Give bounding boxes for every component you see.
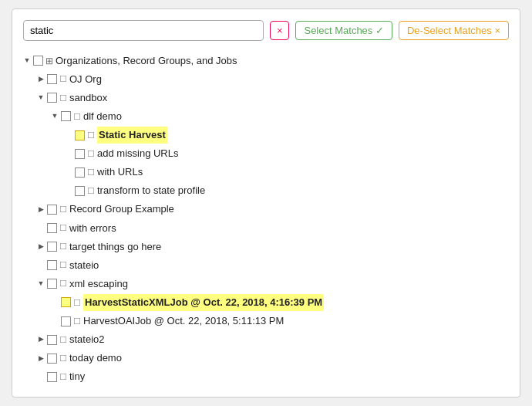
label-target-things: target things go here — [69, 239, 161, 255]
doc-icon: ☐ — [59, 239, 67, 254]
checkbox-stateio2[interactable] — [47, 335, 57, 345]
org-icon: ⊞ — [45, 53, 53, 69]
root-label: Organizations, Record Groups, and Jobs — [56, 52, 237, 69]
checkbox-harvest-oai[interactable] — [61, 316, 71, 326]
list-item: ☐ with errors — [23, 219, 509, 238]
doc-icon: ☐ — [59, 351, 67, 366]
doc-icon: ☐ — [73, 314, 81, 329]
toggle-root[interactable]: ▼ — [23, 55, 31, 66]
doc-icon: ☐ — [87, 128, 95, 143]
doc-icon: ☐ — [87, 165, 95, 180]
doc-icon: ☐ — [59, 333, 67, 347]
checkbox-today-demo[interactable] — [47, 354, 57, 364]
checkbox-transform-state[interactable] — [75, 186, 85, 196]
doc-icon: ☐ — [59, 276, 67, 291]
label-stateio2: stateio2 — [69, 331, 105, 348]
list-item: ☐ HarvestOAIJob @ Oct. 22, 2018, 5:11:13… — [23, 312, 509, 330]
checkbox-with-urls[interactable] — [75, 167, 85, 178]
tree: ▼ ⊞ Organizations, Record Groups, and Jo… — [23, 52, 509, 387]
checkbox-target-things[interactable] — [47, 242, 57, 252]
label-harvest-oai: HarvestOAIJob @ Oct. 22, 2018, 5:11:13 P… — [83, 313, 284, 330]
doc-icon: ☐ — [73, 110, 81, 124]
toggle-xml-escaping[interactable]: ▼ — [37, 278, 45, 289]
checkbox-static-harvest[interactable] — [75, 130, 85, 140]
list-item: ☐ HarvestStaticXMLJob @ Oct. 22, 2018, 4… — [23, 293, 509, 312]
list-item: ▼ ☐ dlf demo — [23, 107, 509, 126]
checkbox-add-urls[interactable] — [75, 149, 85, 159]
doc-icon: ☐ — [59, 221, 67, 235]
toggle-dlf-demo[interactable]: ▼ — [51, 110, 59, 122]
toolbar: static × Select Matches ✓ De-Select Matc… — [23, 20, 509, 41]
label-tiny: tiny — [69, 368, 85, 385]
toggle-oj-org[interactable]: ▶ — [37, 73, 45, 85]
list-item: ▼ ☐ xml escaping — [23, 275, 509, 293]
main-panel: static × Select Matches ✓ De-Select Matc… — [12, 8, 520, 398]
doc-icon: ☐ — [59, 202, 67, 217]
list-item: ▶ ☐ OJ Org — [23, 70, 509, 89]
checkbox-stateio[interactable] — [47, 260, 57, 270]
deselect-matches-button[interactable]: De-Select Matches × — [399, 21, 509, 40]
label-record-group: Record Group Example — [69, 201, 174, 218]
doc-icon: ☐ — [59, 72, 67, 86]
list-item: ☐ with URLs — [23, 163, 509, 181]
label-oj-org: OJ Org — [69, 71, 102, 88]
label-with-urls: with URLs — [97, 164, 143, 181]
doc-icon: ☐ — [59, 91, 67, 106]
list-item: ☐ transform to state profile — [23, 181, 509, 200]
list-item: ☐ tiny — [23, 367, 509, 386]
select-matches-button[interactable]: Select Matches ✓ — [295, 21, 392, 40]
list-item: ▶ ☐ stateio2 — [23, 330, 509, 349]
checkbox-root[interactable] — [33, 56, 43, 66]
doc-icon: ☐ — [87, 184, 95, 198]
checkbox-record-group[interactable] — [47, 205, 57, 215]
label-with-errors: with errors — [69, 220, 116, 237]
list-item: ☐ Static Harvest — [23, 126, 509, 144]
label-dlf-demo: dlf demo — [83, 108, 122, 125]
label-harvest-static: HarvestStaticXMLJob @ Oct. 22, 2018, 4:1… — [83, 294, 324, 311]
list-item: ▶ ☐ target things go here — [23, 238, 509, 256]
checkbox-with-errors[interactable] — [47, 223, 57, 233]
toggle-target-things[interactable]: ▶ — [37, 241, 45, 252]
label-transform-state: transform to state profile — [97, 182, 205, 199]
doc-icon: ☐ — [73, 296, 81, 310]
label-stateio: stateio — [69, 257, 99, 274]
search-input[interactable]: static — [23, 20, 264, 41]
label-xml-escaping: xml escaping — [69, 276, 128, 293]
toggle-sandbox[interactable]: ▼ — [37, 92, 45, 103]
doc-icon: ☐ — [59, 258, 67, 272]
toggle-record-group[interactable]: ▶ — [37, 204, 45, 215]
label-add-urls: add missing URLs — [97, 145, 179, 162]
list-item: ▼ ☐ sandbox — [23, 89, 509, 107]
list-item: ☐ stateio — [23, 256, 509, 275]
checkbox-xml-escaping[interactable] — [47, 279, 57, 289]
checkbox-tiny[interactable] — [47, 372, 57, 382]
clear-button[interactable]: × — [270, 21, 290, 40]
doc-icon: ☐ — [59, 370, 67, 384]
doc-icon: ☐ — [87, 147, 95, 161]
toggle-stateio2[interactable]: ▶ — [37, 333, 45, 345]
checkbox-dlf-demo[interactable] — [61, 111, 71, 121]
checkbox-oj-org[interactable] — [47, 74, 57, 84]
list-item: ☐ add missing URLs — [23, 144, 509, 163]
tree-root: ▼ ⊞ Organizations, Record Groups, and Jo… — [23, 52, 509, 70]
label-static-harvest: Static Harvest — [97, 127, 167, 144]
list-item: ▶ ☐ today demo — [23, 349, 509, 367]
checkbox-sandbox[interactable] — [47, 93, 57, 103]
checkbox-harvest-static[interactable] — [61, 297, 71, 307]
label-today-demo: today demo — [69, 350, 122, 367]
toggle-today-demo[interactable]: ▶ — [37, 353, 45, 364]
label-sandbox: sandbox — [69, 90, 107, 107]
list-item: ▶ ☐ Record Group Example — [23, 200, 509, 218]
